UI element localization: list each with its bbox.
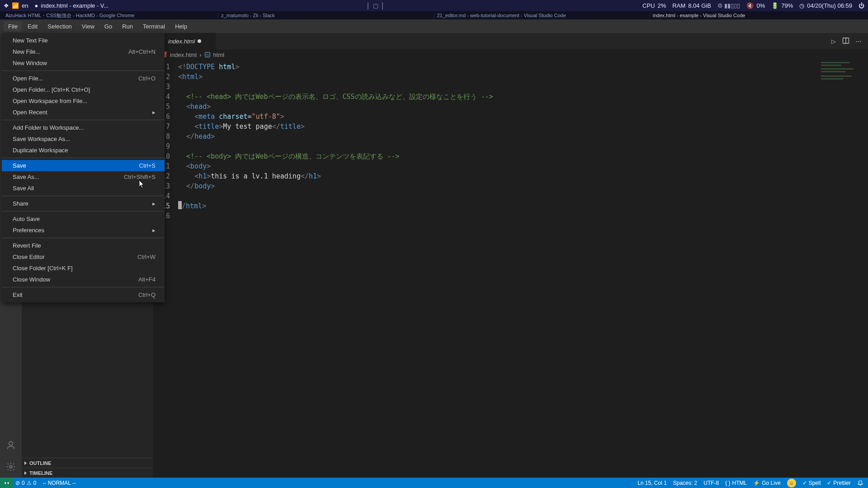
- breadcrumb-file[interactable]: index.html: [170, 52, 197, 58]
- settings-gear-icon[interactable]: [0, 456, 22, 478]
- taskbar-slot-1[interactable]: z_matumoto - Zli - Slack: [218, 13, 434, 18]
- menu-terminal[interactable]: Terminal: [138, 21, 170, 32]
- file-menu-item[interactable]: Close Folder [Ctrl+K F]: [2, 263, 165, 274]
- chevron-right-icon: [24, 471, 27, 475]
- svg-point-1: [9, 465, 12, 468]
- copilot-icon[interactable]: ☺: [787, 479, 796, 488]
- menu-file[interactable]: File: [4, 21, 22, 32]
- taskbar-slot-0[interactable]: AizuHack HTML・CSS勉強会 - HackMD - Google C…: [3, 12, 218, 19]
- language-mode[interactable]: { }HTML: [725, 480, 747, 486]
- editor-tabs: index.html ▷ ⋯: [153, 33, 868, 49]
- file-menu-item[interactable]: Open File...Ctrl+O: [2, 73, 165, 84]
- active-window-title: index.html - example - V...: [41, 2, 108, 9]
- window-dot-icon: ●: [34, 2, 38, 9]
- editor-code-area[interactable]: 12345678 910111213141516 <!DOCTYPE html>…: [153, 60, 868, 478]
- menubar: File Edit Selection View Go Run Terminal…: [0, 19, 868, 33]
- volume-value: 0%: [756, 2, 765, 9]
- ram-value: 8.04 GiB: [688, 2, 711, 9]
- text-cursor: [178, 201, 182, 209]
- ram-label: RAM: [672, 2, 685, 9]
- menu-selection[interactable]: Selection: [43, 21, 76, 32]
- status-bar: ⊘0 ⚠0 -- NORMAL -- Ln 15, Col 1 Spaces: …: [0, 478, 868, 488]
- os-menu-icon[interactable]: ❖: [4, 2, 9, 9]
- file-menu-item[interactable]: Duplicate Workspace: [2, 145, 165, 156]
- file-menu-item[interactable]: Open Folder... [Ctrl+K Ctrl+O]: [2, 84, 165, 95]
- breadcrumb-sep-icon: ›: [199, 52, 201, 58]
- tab-dirty-icon: [198, 39, 201, 43]
- clock-value: 04/20(Thu) 06:59: [807, 2, 852, 9]
- file-menu-item[interactable]: Share▸: [2, 198, 165, 209]
- menu-help[interactable]: Help: [170, 21, 192, 32]
- remote-indicator[interactable]: [0, 478, 14, 488]
- editor-area: index.html ▷ ⋯ index.html › ◇ html 12345…: [153, 33, 868, 478]
- file-menu-item[interactable]: New File...Alt+Ctrl+N: [2, 46, 165, 57]
- file-menu-item[interactable]: Preferences▸: [2, 225, 165, 236]
- outline-section[interactable]: OUTLINE: [22, 458, 153, 468]
- file-menu-item[interactable]: Open Recent▸: [2, 107, 165, 118]
- power-icon[interactable]: ⏻: [859, 2, 864, 9]
- battery-icon: 🔋: [771, 2, 778, 9]
- run-icon[interactable]: ▷: [831, 38, 836, 45]
- cursor-position[interactable]: Ln 15, Col 1: [637, 480, 667, 486]
- file-menu-item[interactable]: Revert File: [2, 240, 165, 251]
- timeline-section[interactable]: TIMELINE: [22, 468, 153, 478]
- file-menu-item[interactable]: Save As...Ctrl+Shift+S: [2, 171, 165, 183]
- split-editor-icon[interactable]: [842, 37, 849, 46]
- menu-run[interactable]: Run: [118, 21, 137, 32]
- encoding[interactable]: UTF-8: [703, 480, 719, 486]
- menu-go[interactable]: Go: [100, 21, 117, 32]
- file-menu-item[interactable]: Close WindowAlt+F4: [2, 274, 165, 285]
- file-menu-item[interactable]: Auto Save: [2, 213, 165, 225]
- symbol-struct-icon: ◇: [204, 52, 211, 58]
- file-menu-item[interactable]: New Text File: [2, 35, 165, 46]
- file-menu-item[interactable]: Save All: [2, 183, 165, 194]
- file-menu-item[interactable]: Add Folder to Workspace...: [2, 122, 165, 133]
- breadcrumbs[interactable]: index.html › ◇ html: [153, 49, 868, 60]
- go-live[interactable]: ⚡Go Live: [753, 480, 780, 486]
- prettier-status[interactable]: ✓Prettier: [827, 480, 851, 486]
- taskbar: AizuHack HTML・CSS勉強会 - HackMD - Google C…: [0, 11, 868, 19]
- file-menu-item[interactable]: New Window: [2, 57, 165, 69]
- menu-view[interactable]: View: [77, 21, 99, 32]
- chevron-right-icon: [24, 461, 27, 465]
- cpu-label: CPU: [642, 2, 655, 9]
- svg-text:◇: ◇: [206, 53, 209, 57]
- spell-check[interactable]: ✓Spell: [802, 480, 821, 486]
- battery-value: 79%: [781, 2, 793, 9]
- notifications-bell-icon[interactable]: [857, 480, 863, 486]
- menu-edit[interactable]: Edit: [23, 21, 42, 32]
- system-status-bar: ❖ 📶 en ● index.html - example - V... │▢│…: [0, 0, 868, 11]
- file-menu-item[interactable]: Open Workspace from File...: [2, 95, 165, 107]
- kbd-lang[interactable]: en: [22, 2, 28, 9]
- accounts-icon[interactable]: [0, 434, 22, 456]
- clock-icon: ◷: [799, 2, 804, 9]
- editor-more-icon[interactable]: ⋯: [856, 38, 862, 45]
- file-menu-dropdown: New Text FileNew File...Alt+Ctrl+NNew Wi…: [2, 33, 165, 302]
- svg-point-0: [9, 441, 13, 445]
- volume-icon[interactable]: 🔇: [746, 2, 754, 9]
- indent-setting[interactable]: Spaces: 2: [673, 480, 697, 486]
- wifi-icon: 📶: [12, 2, 19, 9]
- breadcrumb-symbol[interactable]: html: [213, 52, 225, 58]
- problems-indicator[interactable]: ⊘0 ⚠0: [15, 480, 36, 486]
- vim-mode: -- NORMAL --: [42, 480, 76, 486]
- file-menu-item[interactable]: Close EditorCtrl+W: [2, 251, 165, 263]
- taskbar-slot-3[interactable]: index.html - example - Visual Studio Cod…: [650, 13, 865, 18]
- minimap[interactable]: [821, 62, 862, 84]
- file-menu-item[interactable]: Save Workspace As...: [2, 133, 165, 145]
- file-menu-item[interactable]: ExitCtrl+Q: [2, 289, 165, 300]
- cpu-value: 2%: [658, 2, 666, 9]
- file-menu-item[interactable]: SaveCtrl+S: [2, 160, 165, 171]
- tab-label: index.html: [168, 38, 195, 45]
- taskbar-slot-2[interactable]: 21_editor.md - web-tutorial-document - V…: [434, 13, 650, 18]
